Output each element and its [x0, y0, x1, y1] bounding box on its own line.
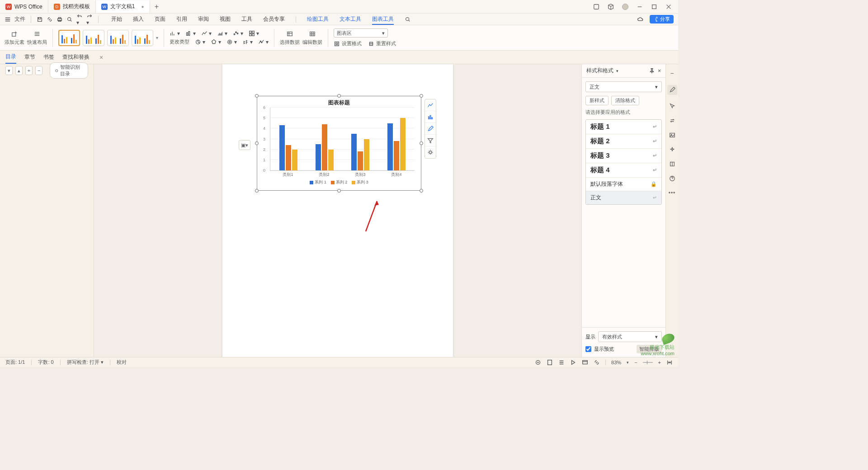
maximize-button[interactable]: [651, 4, 657, 10]
help-icon[interactable]: [669, 175, 675, 182]
minimize-panel-icon[interactable]: −: [670, 70, 674, 77]
quick-layout-button[interactable]: 快速布局: [27, 30, 47, 46]
chart-type-more[interactable]: ▾: [258, 39, 269, 45]
view-page-icon[interactable]: [547, 359, 553, 366]
change-type-button[interactable]: 更改类型: [170, 38, 189, 45]
reset-style-button[interactable]: 重置样式: [368, 40, 396, 47]
chart-title[interactable]: 图表标题: [257, 96, 421, 108]
outline-up[interactable]: ▴: [15, 66, 23, 75]
avatar[interactable]: [622, 4, 628, 10]
exchange-icon[interactable]: [669, 118, 675, 124]
sparkle-icon[interactable]: [669, 146, 675, 153]
file-menu[interactable]: 文件: [14, 15, 25, 23]
spellcheck-status[interactable]: 拼写检查: 打开 ▾: [67, 359, 104, 366]
chart-elements-icon[interactable]: [425, 99, 436, 111]
tab-chart-tools[interactable]: 图表工具: [372, 14, 394, 25]
style-item[interactable]: 标题 1↵: [586, 120, 661, 134]
tab-wps-home[interactable]: W WPS Office: [0, 0, 48, 13]
style-item[interactable]: 标题 2↵: [586, 134, 661, 149]
chart-type-pie[interactable]: ▾: [195, 39, 205, 45]
view-web-icon[interactable]: [582, 359, 588, 366]
chart-type-doughnut[interactable]: ▾: [226, 39, 237, 45]
tab-page[interactable]: 页面: [155, 14, 165, 25]
resize-handle[interactable]: [255, 94, 259, 98]
view-read-icon[interactable]: [570, 359, 576, 366]
more-icon[interactable]: •••: [669, 190, 676, 196]
share-button[interactable]: 分享: [650, 15, 674, 24]
tab-start[interactable]: 开始: [111, 14, 122, 25]
close-icon[interactable]: ×: [658, 68, 661, 74]
book-icon[interactable]: [669, 161, 675, 167]
preview-icon[interactable]: [66, 16, 73, 23]
chart-type-line[interactable]: ▾: [201, 30, 212, 37]
set-format-button[interactable]: 设置格式: [334, 40, 362, 47]
tab-review[interactable]: 审阅: [198, 14, 209, 25]
resize-handle[interactable]: [255, 189, 259, 193]
style-item[interactable]: 标题 4↵: [586, 163, 661, 178]
resize-handle[interactable]: [420, 141, 423, 145]
chart-type-bar[interactable]: ▾: [170, 30, 180, 37]
cloud-icon[interactable]: [637, 16, 643, 23]
cursor-icon[interactable]: [669, 103, 675, 109]
chart-type-combo[interactable]: ▾: [249, 30, 259, 37]
resize-handle[interactable]: [420, 189, 423, 193]
chart-edit-icon[interactable]: [425, 123, 436, 135]
save-icon[interactable]: [37, 16, 43, 23]
edit-data-button[interactable]: 编辑数据: [302, 30, 322, 46]
resize-handle[interactable]: [337, 94, 341, 98]
chart-type-scatter[interactable]: ▾: [233, 30, 243, 37]
tab-insert[interactable]: 插入: [133, 14, 144, 25]
search-icon[interactable]: [405, 16, 411, 23]
current-style-select[interactable]: 正文▾: [585, 81, 662, 92]
zoom-slider[interactable]: [643, 362, 653, 363]
chart-style-3[interactable]: [107, 30, 129, 46]
chart-type-radar[interactable]: ▾: [211, 39, 221, 45]
subtab-findreplace[interactable]: 查找和替换: [62, 51, 90, 63]
zoom-in-button[interactable]: +: [658, 360, 661, 365]
new-style-button[interactable]: 新样式: [585, 96, 609, 105]
preview-checkbox[interactable]: [585, 346, 591, 352]
style-item[interactable]: 标题 3↵: [586, 149, 661, 163]
tab-templates[interactable]: D 找稻壳模板: [48, 0, 96, 13]
resize-handle[interactable]: [255, 141, 259, 145]
chart-object[interactable]: 图表标题 0123456 类别1类别2类别3类别4 系列 1系列 2系列 3: [257, 96, 421, 191]
outline-add[interactable]: +: [25, 66, 33, 75]
link-tool-icon[interactable]: [594, 359, 600, 366]
outline-expand[interactable]: ▾: [5, 66, 13, 75]
cube-icon[interactable]: [608, 4, 614, 10]
proofing-status[interactable]: 校对: [117, 359, 127, 366]
close-button[interactable]: [665, 4, 672, 10]
view-outline-icon[interactable]: [558, 359, 565, 366]
pin-icon[interactable]: [649, 68, 655, 74]
chart-style-4[interactable]: [132, 30, 153, 46]
zoom-out-button[interactable]: −: [634, 360, 637, 365]
new-tab-button[interactable]: +: [150, 3, 164, 11]
image-icon[interactable]: [669, 132, 675, 138]
tab-reference[interactable]: 引用: [176, 14, 187, 25]
minimize-button[interactable]: [637, 4, 643, 10]
tab-text-tools[interactable]: 文本工具: [340, 14, 361, 25]
pencil-icon[interactable]: [667, 85, 677, 95]
undo-button[interactable]: ▾: [76, 13, 83, 26]
chart-type-stock[interactable]: ▾: [242, 39, 253, 45]
link-icon[interactable]: [47, 16, 53, 23]
print-icon[interactable]: [57, 16, 63, 23]
smart-toc-button[interactable]: 智能识别目录: [50, 62, 88, 79]
clear-format-button[interactable]: 清除格式: [611, 96, 639, 105]
tab-tools[interactable]: 工具: [241, 14, 252, 25]
chart-type-area[interactable]: ▾: [217, 30, 227, 37]
subtab-bookmark[interactable]: 书签: [43, 51, 54, 63]
chart-plot[interactable]: 0123456: [270, 108, 415, 171]
zoom-value[interactable]: 83%: [611, 360, 621, 365]
tab-view[interactable]: 视图: [220, 14, 231, 25]
chart-legend[interactable]: 系列 1系列 2系列 3: [257, 179, 421, 185]
style-more[interactable]: ▾: [156, 35, 158, 40]
chart-type-column[interactable]: ▾: [185, 30, 196, 37]
add-element-button[interactable]: 添加元素: [5, 30, 24, 46]
close-icon[interactable]: ●: [141, 4, 144, 9]
chart-filter-icon[interactable]: [425, 135, 436, 146]
chart-settings-icon[interactable]: [425, 146, 436, 158]
page-indicator[interactable]: 页面: 1/1: [5, 359, 25, 366]
document-canvas[interactable]: ▣▾ 图表标题 0123456 类别1类别2类别3类别4 系列 1系列 2系列 …: [94, 64, 581, 357]
redo-button[interactable]: ▾: [86, 13, 93, 26]
